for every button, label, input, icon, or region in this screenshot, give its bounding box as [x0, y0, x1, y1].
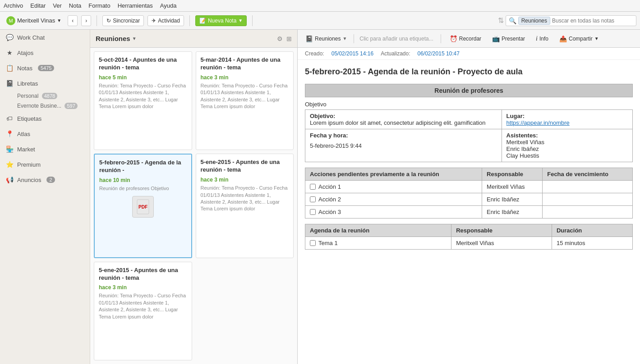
present-label: Presentar — [502, 36, 525, 42]
search-icon: 🔍 — [509, 17, 516, 24]
menu-ayuda[interactable]: Ayuda — [160, 2, 177, 9]
svg-text:PDF: PDF — [138, 205, 147, 209]
updated-date[interactable]: 06/02/2015 10:47 — [418, 50, 460, 57]
agenda-1-checkbox[interactable] — [310, 240, 316, 246]
asistente-2: Enric Ibáñez — [506, 146, 628, 152]
activity-label: Actividad — [158, 18, 180, 24]
accion-2-responsable: Enric Ibáñez — [482, 193, 543, 206]
personal-badge: 4878 — [42, 93, 57, 99]
menu-ver[interactable]: Ver — [53, 2, 62, 9]
sidebar-item-market[interactable]: 🏪 Market — [0, 141, 90, 157]
menu-formato[interactable]: Formato — [88, 2, 110, 9]
accion-2-vencimiento — [543, 193, 633, 206]
note-card-4[interactable]: 5-ene-2015 - Apuntes de una reunión - te… — [196, 154, 294, 258]
sync-icon: ↻ — [106, 18, 111, 24]
note-card-5[interactable]: 5-ene-2015 - Apuntes de una reunión - te… — [94, 262, 192, 360]
sidebar-item-atlas[interactable]: 📍 Atlas — [0, 126, 90, 141]
agenda-1-responsable: Meritxell Viñas — [451, 237, 552, 250]
pdf-attachment-icon: PDF — [132, 196, 154, 218]
share-dropdown-icon: ▼ — [594, 36, 599, 41]
accion-3-label: Acción 3 — [305, 206, 482, 218]
tag-button[interactable]: Clic para añadir una etiqueta... — [357, 35, 436, 43]
sidebar-item-notas[interactable]: 📋 Notas 5475 — [0, 60, 90, 76]
accion-2-label: Acción 2 — [305, 193, 482, 206]
objetivo-cell-label: Objetivo: — [310, 113, 335, 119]
lugar-cell-label: Lugar: — [506, 113, 525, 119]
created-date[interactable]: 05/02/2015 14:16 — [332, 50, 373, 57]
etiquetas-icon: 🏷 — [5, 114, 14, 123]
note-card-3[interactable]: 5-febrero-2015 - Agenda de la reunión - … — [94, 154, 192, 258]
sidebar-item-evernote-biz[interactable]: Evernote Busine... 597 — [0, 101, 90, 111]
menu-nota[interactable]: Nota — [69, 2, 81, 9]
sidebar-label-etiquetas: Etiquetas — [17, 115, 41, 122]
agenda-1-label: Tema 1 — [305, 237, 451, 250]
agenda-header-duracion: Duración — [552, 224, 632, 237]
market-icon: 🏪 — [5, 145, 14, 153]
note-card-2[interactable]: 5-mar-2014 - Apuntes de una reunión - te… — [196, 51, 294, 150]
note-card-4-time: hace 3 min — [201, 177, 289, 183]
sidebar-item-work-chat[interactable]: 💬 Work Chat — [0, 30, 90, 45]
accion-3-checkbox[interactable] — [310, 209, 316, 215]
share-button[interactable]: 📤 Compartir ▼ — [555, 33, 603, 44]
notebook-button[interactable]: 📓 Reuniones ▼ — [301, 33, 351, 44]
activity-button[interactable]: ✈ Actividad — [147, 15, 184, 26]
note-card-4-title: 5-ene-2015 - Apuntes de una reunión - te… — [201, 159, 289, 174]
note-card-1[interactable]: 5-oct-2014 - Apuntes de una reunión - te… — [94, 51, 192, 150]
objetivo-label: Objetivo — [305, 101, 633, 108]
sidebar-item-premium[interactable]: ⭐ Premium — [0, 157, 90, 172]
agenda-header-row: Agenda de la reunión Responsable Duració… — [305, 224, 633, 237]
notebook-filter-tag[interactable]: Reuniones — [518, 17, 550, 25]
info-table: Objetivo: Lorem ipsum dolor sit amet, co… — [305, 109, 633, 162]
nav-forward-button[interactable]: › — [81, 15, 91, 26]
menu-editar[interactable]: Editar — [30, 2, 46, 9]
notes-panel-options-icon[interactable]: ⚙ — [277, 35, 283, 42]
sidebar-label-notas: Notas — [17, 65, 32, 72]
sidebar-item-etiquetas[interactable]: 🏷 Etiquetas — [0, 111, 90, 126]
atajos-icon: ★ — [5, 49, 14, 57]
meeting-header: Reunión de profesores — [305, 84, 633, 97]
sidebar-item-libretas[interactable]: 📓 Libretas — [0, 76, 90, 91]
notes-panel-title[interactable]: Reuniones ▼ — [96, 35, 137, 42]
sidebar-label-atlas: Atlas — [17, 131, 30, 137]
menu-herramientas[interactable]: Herramientas — [118, 2, 153, 9]
table-row-objetivo-lugar: Objetivo: Lorem ipsum dolor sit amet, co… — [305, 110, 633, 129]
panel-dropdown-icon: ▼ — [132, 36, 137, 41]
search-input[interactable] — [552, 18, 633, 24]
note-meta: Creado: 05/02/2015 14:16 Actualizado: 06… — [298, 48, 640, 60]
accion-2-checkbox[interactable] — [310, 196, 316, 202]
sidebar: 💬 Work Chat ★ Atajos 📋 Notas 5475 📓 Libr… — [0, 30, 90, 364]
sidebar-label-anuncios: Anuncios — [17, 177, 41, 183]
accion-1-checkbox[interactable] — [310, 184, 316, 190]
accion-row-2: Acción 2 Enric Ibáñez — [305, 193, 633, 206]
sync-button[interactable]: ↻ Sincronizar — [102, 15, 144, 26]
menu-archivo[interactable]: Archivo — [4, 2, 23, 9]
acciones-header-vencimiento: Fecha de vencimiento — [543, 168, 633, 181]
remind-button[interactable]: ⏰ Recordar — [446, 33, 485, 44]
notes-panel-view-icon[interactable]: ⊞ — [286, 35, 292, 42]
agenda-row-1: Tema 1 Meritxell Viñas 15 minutos — [305, 237, 633, 250]
note-card-2-preview: Reunión: Tema Proyecto - Curso Fecha 01/… — [201, 82, 289, 110]
sidebar-item-atajos[interactable]: ★ Atajos — [0, 45, 90, 60]
app-body: 💬 Work Chat ★ Atajos 📋 Notas 5475 📓 Libr… — [0, 30, 640, 364]
main-toolbar: M Meritxell Vinas ▼ ‹ › ↻ Sincronizar ✈ … — [0, 12, 640, 30]
evernote-biz-badge: 597 — [64, 103, 77, 109]
sidebar-item-personal[interactable]: Personal 4878 — [0, 91, 90, 101]
present-icon: 📺 — [492, 35, 500, 42]
acciones-header-title: Acciones pendientes previamente a la reu… — [305, 168, 482, 181]
notes-panel: Reuniones ▼ ⚙ ⊞ 5-oct-2014 - Apuntes de … — [90, 30, 298, 364]
sidebar-label-libretas: Libretas — [17, 80, 38, 87]
info-button[interactable]: i Info — [532, 33, 553, 44]
anuncios-badge: 2 — [46, 177, 55, 183]
user-button[interactable]: M Meritxell Vinas ▼ — [4, 14, 64, 27]
lugar-cell-link[interactable]: https://appear.in/nombre — [506, 119, 570, 126]
nav-back-button[interactable]: ‹ — [68, 15, 78, 26]
user-name: Meritxell Vinas — [17, 17, 55, 24]
share-label: Compartir — [569, 36, 593, 42]
new-note-icon: 📝 — [199, 18, 206, 24]
note-card-4-preview: Reunión: Tema Proyecto - Curso Fecha 01/… — [201, 185, 289, 213]
sidebar-label-premium: Premium — [17, 161, 41, 168]
present-button[interactable]: 📺 Presentar — [488, 33, 529, 44]
sidebar-item-anuncios[interactable]: 📢 Anuncios 2 — [0, 172, 90, 187]
note-card-3-attachment: PDF — [99, 196, 187, 218]
new-note-button[interactable]: 📝 Nueva Nota ▼ — [195, 15, 247, 26]
